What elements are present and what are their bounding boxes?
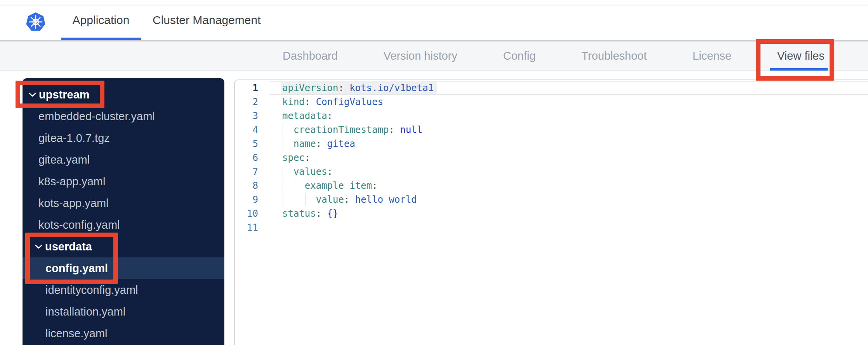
indent-guide [294,179,294,192]
indent-guide [283,193,283,206]
file-k8s-app-yaml[interactable]: k8s-app.yaml [23,171,224,192]
code-line-5: 5 name: gitea [235,137,868,151]
indent-guide [283,124,283,136]
tree-item-label: upstream [39,88,90,101]
current-line-highlight: apiVersion: kots.io/v1beta1 [281,82,437,94]
line-number: 2 [235,95,258,109]
file-installation-yaml[interactable]: installation.yaml [23,301,224,323]
code-line-2: 2kind: ConfigValues [235,95,868,109]
code-text: kind: ConfigValues [282,95,383,109]
line-number: 4 [235,123,258,137]
line-number: 9 [235,193,258,207]
indent-guide [283,179,283,192]
tab-view-files[interactable]: View files [777,41,825,71]
code-editor[interactable]: 1apiVersion: kots.io/v1beta12kind: Confi… [234,79,868,345]
file-config-yaml[interactable]: config.yaml [23,257,224,279]
chevron-down-icon[interactable] [29,92,39,97]
code-text: creationTimestamp: null [282,123,422,137]
tab-version-history[interactable]: Version history [384,41,457,71]
code-line-11: 11 [235,221,868,235]
file-license-yaml[interactable]: license.yaml [23,323,224,344]
indent-guide [305,193,306,206]
line-number: 3 [235,109,258,123]
tree-item-label: embedded-cluster.yaml [38,110,155,123]
topnav-tabs: ApplicationCluster Management [61,0,260,40]
code-line-6: 6spec: [235,151,868,165]
tree-item-label: gitea.yaml [38,154,90,166]
top-navigation-bar: ApplicationCluster Management [0,0,868,41]
code-line-3: 3metadata: [235,109,868,123]
application-subnav: DashboardVersion historyConfigTroublesho… [0,41,868,71]
tree-item-label: k8s-app.yaml [38,175,105,188]
topnav-tab-cluster-management[interactable]: Cluster Management [153,0,260,40]
tree-item-label: config.yaml [45,262,108,275]
folder-upstream[interactable]: upstream [23,84,224,105]
tab-dashboard[interactable]: Dashboard [283,41,338,71]
code-line-10: 10status: {} [235,207,868,221]
file-gitea-yaml[interactable]: gitea.yaml [23,149,224,171]
kubernetes-logo-icon [26,12,46,33]
code-text: apiVersion: kots.io/v1beta1 [282,81,437,95]
code-text: example_item: [282,179,378,193]
line-number: 10 [235,207,258,221]
code-line-8: 8 example_item: [235,179,868,193]
tab-config[interactable]: Config [503,41,536,71]
tab-license[interactable]: License [693,41,731,71]
indent-guide [294,193,294,206]
indent-guide [283,138,283,150]
line-number: 8 [235,179,258,193]
code-line-4: 4 creationTimestamp: null [235,123,868,137]
tree-item-label: kots-config.yaml [38,219,120,231]
file-kots-config-yaml[interactable]: kots-config.yaml [23,214,224,236]
tab-troubleshoot[interactable]: Troubleshoot [582,41,647,71]
line-number: 11 [235,221,258,235]
topnav-tab-application[interactable]: Application [61,0,141,40]
line-number: 1 [235,81,258,95]
file-gitea-1-0-7-tgz[interactable]: gitea-1.0.7.tgz [23,127,224,149]
code-text: values: [282,165,333,179]
code-line-9: 9 value: hello world [235,193,868,207]
tree-item-label: installation.yaml [45,305,125,318]
code-text: status: {} [282,207,339,221]
code-line-1: 1apiVersion: kots.io/v1beta1 [235,81,868,95]
indent-guide [283,166,283,178]
folder-userdata[interactable]: userdata [23,236,224,257]
tree-item-label: gitea-1.0.7.tgz [38,132,110,145]
code-text: spec: [282,151,310,165]
kots-admin-console: ApplicationCluster Management DashboardV… [0,0,868,345]
code-text: name: gitea [282,137,355,151]
tree-item-label: license.yaml [45,327,108,340]
chevron-down-icon[interactable] [35,244,45,249]
line-number: 5 [235,137,258,151]
code-line-7: 7 values: [235,165,868,179]
file-identityconfig-yaml[interactable]: identityconfig.yaml [23,279,224,301]
code-text: metadata: [282,109,333,123]
tree-item-label: userdata [45,240,92,253]
tree-item-label: identityconfig.yaml [45,284,138,297]
file-embedded-cluster-yaml[interactable]: embedded-cluster.yaml [23,105,224,127]
code-text: value: hello world [282,193,417,207]
tree-item-label: kots-app.yaml [38,197,109,210]
line-number: 7 [235,165,258,179]
line-number: 6 [235,151,258,165]
file-tree-sidebar[interactable]: upstreamembedded-cluster.yamlgitea-1.0.7… [23,78,224,345]
file-kots-app-yaml[interactable]: kots-app.yaml [23,192,224,214]
